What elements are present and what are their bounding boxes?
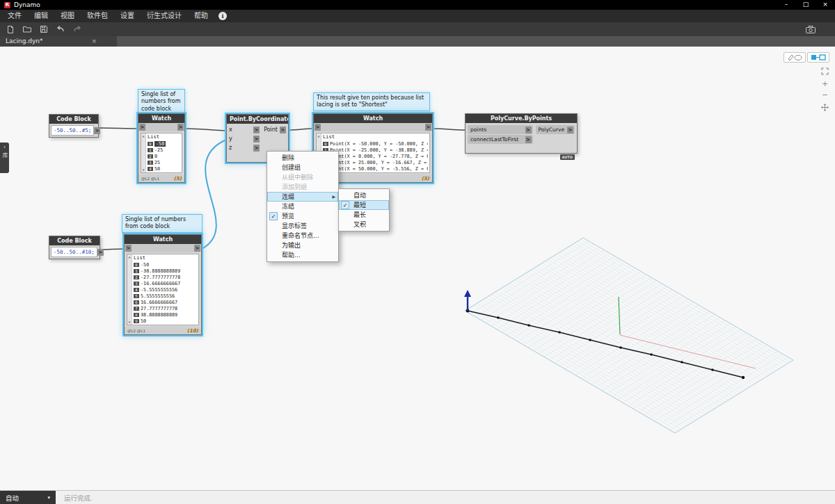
menu-item-freeze[interactable]: 冻结 — [267, 202, 338, 211]
tab-close-icon[interactable]: × — [92, 36, 97, 47]
comment-note[interactable]: This result give ten points because list… — [313, 92, 430, 111]
library-panel-toggle[interactable]: › 库 — [0, 143, 9, 173]
scroll-up-icon[interactable]: ▲ — [128, 255, 130, 259]
code-block-input[interactable]: -50..50..#5; — [51, 125, 94, 136]
scroll-down-icon[interactable]: ▼ — [142, 168, 144, 172]
input-port-x[interactable]: x> — [227, 125, 262, 134]
export-image-camera-icon[interactable] — [806, 24, 816, 34]
zoom-fit-icon[interactable] — [820, 66, 830, 76]
submenu-item-longest[interactable]: 最长 — [339, 210, 389, 220]
redo-icon[interactable] — [72, 24, 82, 34]
output-port-point[interactable]: Point> — [262, 125, 288, 134]
output-port[interactable]: > — [194, 245, 200, 252]
port-chevron[interactable]: > — [567, 127, 573, 133]
menu-view[interactable]: 视图 — [54, 10, 81, 22]
undo-icon[interactable] — [56, 24, 65, 34]
output-port[interactable]: > — [425, 124, 431, 131]
comment-note[interactable]: Single list of numbers from code block — [138, 89, 185, 115]
save-icon[interactable] — [39, 24, 49, 34]
run-mode-dropdown[interactable]: 自动 ▾ — [0, 491, 56, 504]
list-item: 1-38.8888888889 — [134, 268, 197, 274]
open-file-icon[interactable] — [22, 24, 32, 34]
tab-lacing[interactable]: Lacing.dyn* × — [0, 36, 117, 47]
node-code-block-2[interactable]: Code Block -50..50..#10; > — [49, 236, 100, 259]
input-port[interactable]: > — [315, 124, 321, 131]
check-icon: ✓ — [341, 201, 349, 209]
lacing-levels[interactable]: @L2 @L1 — [141, 177, 159, 181]
node-polycurve-bypoints[interactable]: PolyCurve.ByPoints points> connectLastTo… — [465, 113, 578, 154]
menu-settings[interactable]: 设置 — [114, 10, 141, 22]
output-port-polycurve[interactable]: PolyCurve> — [536, 125, 575, 134]
geometry-view-toggle[interactable] — [784, 52, 806, 63]
node-watch-1[interactable]: Watch > > ▲ ▼ List 0-50 1-25 20 325 450 … — [138, 113, 185, 183]
comment-note[interactable]: Single list of numbers from code block — [122, 214, 202, 233]
port-chevron[interactable]: > — [525, 127, 532, 133]
info-icon[interactable]: i — [218, 12, 227, 20]
library-label: 库 — [1, 152, 8, 158]
input-port[interactable]: > — [139, 124, 145, 131]
list-item: 616.6666666667 — [134, 299, 197, 305]
window-title: Dynamo — [14, 1, 40, 8]
menu-edit[interactable]: 编辑 — [28, 10, 54, 22]
menu-item-help[interactable]: 帮助... — [267, 250, 338, 260]
port-chevron[interactable]: > — [253, 127, 260, 133]
scroll-up-icon[interactable]: ▲ — [317, 134, 319, 138]
submenu-item-shortest[interactable]: ✓ 最短 — [339, 200, 389, 210]
menu-file[interactable]: 文件 — [1, 10, 28, 22]
menu-help[interactable]: 帮助 — [188, 10, 214, 22]
menu-item-lacing[interactable]: 连缀 ▶ — [267, 192, 338, 202]
wire-codeblock1-watch1 — [100, 128, 138, 129]
submenu-item-auto[interactable]: 自动 — [339, 190, 389, 200]
code-block-input[interactable]: -50..50..#10; — [51, 247, 97, 257]
menu-item-rename-node[interactable]: 重命名节点... — [267, 231, 338, 241]
port-chevron[interactable]: > — [525, 136, 532, 143]
input-port-z[interactable]: z> — [227, 143, 262, 152]
toolbar — [0, 22, 835, 36]
zoom-out-icon[interactable]: − — [820, 90, 830, 100]
menu-item-delete[interactable]: 删除 — [267, 153, 338, 163]
node-watch-3[interactable]: Watch > > ▲ ▼ List 0-50 1-38.8888888889 … — [124, 234, 202, 335]
menu-generative-design[interactable]: 衍生式设计 — [141, 10, 188, 22]
workspace-canvas[interactable]: Single list of numbers from code block T… — [0, 47, 835, 490]
list-item: 0Point(X = -50.000, Y = -50.000, Z = — [323, 140, 428, 147]
pan-icon[interactable] — [820, 102, 830, 113]
output-port[interactable]: > — [177, 124, 184, 131]
input-port[interactable]: > — [125, 245, 132, 252]
input-port-points[interactable]: points> — [468, 125, 533, 134]
lacing-indicator[interactable]: AUTO — [560, 154, 575, 160]
graph-view-toggle[interactable] — [807, 52, 829, 63]
port-chevron[interactable]: > — [253, 145, 260, 152]
watch-scrollbar[interactable]: ▲ ▼ — [127, 254, 132, 325]
port-chevron[interactable]: > — [280, 127, 286, 133]
scroll-down-icon[interactable]: ▼ — [128, 320, 130, 324]
wire-watch3-point-y — [202, 140, 226, 249]
output-port[interactable]: > — [94, 127, 100, 134]
minimize-button[interactable]: – — [777, 0, 796, 10]
input-port-connectlasttofirst[interactable]: connectLastToFirst> — [468, 135, 533, 144]
list-item: 325 — [148, 159, 180, 165]
grid-plane — [465, 238, 793, 433]
lacing-levels[interactable]: @L2 @L1 — [127, 329, 145, 333]
node-code-block-1[interactable]: Code Block -50..50..#5; > — [49, 114, 99, 138]
zoom-in-icon[interactable]: + — [820, 79, 830, 89]
input-port-y[interactable]: y> — [227, 134, 262, 143]
list-item: 20 — [148, 153, 180, 159]
scroll-up-icon[interactable]: ▲ — [142, 134, 144, 138]
menu-item-remove-from-group: 从组中删除 — [267, 172, 338, 182]
menu-item-create-group[interactable]: 创建组 — [267, 163, 338, 172]
list-item: 2-27.7777777778 — [134, 274, 197, 280]
maximize-button[interactable]: □ — [796, 0, 816, 10]
status-bar: 自动 ▾ 运行完成. — [0, 490, 835, 504]
menu-item-preview[interactable]: ✓ 预览 — [267, 211, 338, 221]
close-button[interactable]: × — [816, 0, 835, 10]
menu-item-is-output[interactable]: 为输出 — [267, 241, 338, 250]
watch-scrollbar[interactable]: ▲ ▼ — [141, 133, 146, 172]
menu-item-show-labels[interactable]: 显示标签 — [267, 221, 338, 231]
menu-packages[interactable]: 软件包 — [81, 10, 114, 22]
check-icon: ✓ — [269, 212, 278, 220]
port-chevron[interactable]: > — [253, 136, 260, 143]
submenu-item-cross-product[interactable]: 叉积 — [339, 220, 389, 229]
output-port[interactable]: > — [97, 249, 104, 256]
new-file-icon[interactable] — [6, 24, 15, 34]
list-item: 727.7777777778 — [134, 305, 197, 311]
